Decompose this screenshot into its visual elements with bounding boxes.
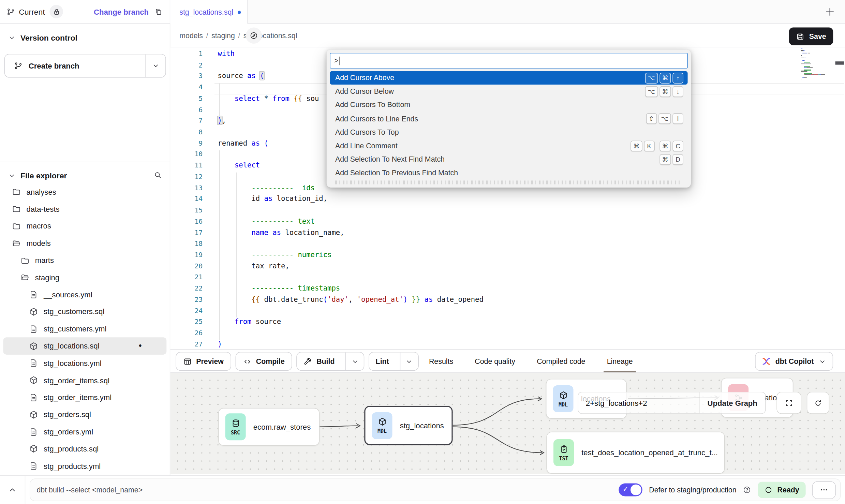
code-line[interactable]: id as location_id,: [218, 194, 802, 205]
chevron-down-icon: [351, 357, 359, 366]
lint-button[interactable]: Lint: [369, 352, 419, 371]
code-line[interactable]: tax_rate,: [218, 261, 802, 272]
folder-icon: [12, 187, 21, 196]
breadcrumb-item[interactable]: models: [179, 31, 203, 40]
file-row-models[interactable]: models: [3, 235, 166, 252]
file-row-stg-locations-yml[interactable]: stg_locations.yml: [3, 355, 166, 372]
line-number: 13: [170, 182, 203, 194]
dbt-copilot-button[interactable]: dbt Copilot: [755, 352, 833, 371]
file-row-stg-locations-sql[interactable]: stg_locations.sql•: [3, 338, 166, 355]
build-button[interactable]: Build: [297, 352, 365, 371]
command-item-add-cursors-to-line-ends[interactable]: Add Cursors to Line Ends⇧⌥I: [330, 112, 687, 125]
refresh-button[interactable]: [807, 392, 829, 414]
file-icon: [29, 427, 38, 436]
code-line[interactable]: [218, 238, 802, 250]
code-line[interactable]: [218, 328, 802, 339]
file-row-stg-products-yml[interactable]: stg_products.yml: [3, 457, 166, 474]
tab-stg-locations-sql[interactable]: stg_locations.sql: [170, 0, 248, 24]
file-row-stg-orders-sql[interactable]: stg_orders.sql: [3, 406, 166, 423]
tab-lineage[interactable]: Lineage: [607, 350, 633, 372]
compile-button[interactable]: Compile: [236, 352, 292, 371]
command-item-add-cursors-to-bottom[interactable]: Add Cursors To Bottom: [330, 98, 687, 112]
file-row-stg-customers-sql[interactable]: stg_customers.sql: [3, 303, 166, 320]
line-number: 6: [170, 104, 203, 116]
version-control-section[interactable]: Version control: [0, 30, 170, 45]
lineage-graph-panel[interactable]: SRC ecom.raw_stores MDL stg_locations MD…: [170, 373, 845, 474]
update-graph-button[interactable]: Update Graph: [699, 392, 765, 414]
line-number: 11: [170, 160, 203, 172]
file-row-data-tests[interactable]: data-tests: [3, 201, 166, 218]
file-icon: [29, 324, 38, 333]
line-number: 24: [170, 305, 203, 316]
change-branch-link[interactable]: Change branch: [94, 7, 149, 16]
code-line[interactable]: {{ dbt.date_trunc('day', 'opened_at') }}…: [218, 294, 802, 306]
file-row-stg-products-sql[interactable]: stg_products.sql: [3, 440, 166, 457]
command-item-add-cursors-to-top[interactable]: Add Cursors To Top: [330, 125, 687, 139]
file-row-analyses[interactable]: analyses: [3, 183, 166, 200]
lineage-node-test-opened-at[interactable]: TST test_does_location_opened_at_trunc_t…: [546, 432, 725, 474]
tab-code-quality[interactable]: Code quality: [475, 350, 515, 372]
code-line[interactable]: ---------- numerics: [218, 250, 802, 261]
code-line[interactable]: ---------- timestamps: [218, 283, 802, 294]
chevron-down-icon: [818, 357, 827, 366]
lint-dropdown[interactable]: [400, 353, 418, 370]
command-label: Add Selection To Next Find Match: [335, 155, 654, 163]
build-dropdown[interactable]: [345, 353, 364, 370]
code-line[interactable]: ): [218, 339, 802, 350]
compile-label: Compile: [256, 357, 285, 366]
version-control-title: Version control: [20, 33, 77, 42]
toggle-knob: [631, 485, 642, 495]
code-line[interactable]: ---------- text: [218, 216, 802, 227]
preview-button[interactable]: Preview: [176, 352, 231, 371]
command-palette-input[interactable]: >: [330, 53, 687, 69]
file-search-icon[interactable]: [153, 171, 162, 179]
line-number: 8: [170, 127, 203, 138]
copy-branch-icon[interactable]: [154, 7, 163, 16]
tab-compiled-code[interactable]: Compiled code: [537, 350, 585, 372]
command-item-add-selection-to-previous-find-match[interactable]: Add Selection To Previous Find Match: [330, 166, 687, 180]
save-floppy-icon: [796, 32, 805, 41]
command-item-add-cursor-above[interactable]: Add Cursor Above⌥⌘↑: [330, 71, 687, 85]
create-branch-button[interactable]: Create branch: [4, 54, 166, 78]
help-icon[interactable]: [743, 486, 751, 494]
code-line[interactable]: [218, 272, 802, 283]
clipped-command-row: [335, 180, 682, 184]
code-line[interactable]: [218, 205, 802, 216]
file-row--sources-yml[interactable]: __sources.yml: [3, 286, 166, 303]
lineage-node-ecom-raw-stores[interactable]: SRC ecom.raw_stores: [218, 408, 320, 446]
file-row-stg-orders-yml[interactable]: stg_orders.yml: [3, 423, 166, 440]
file-row-stg-customers-yml[interactable]: stg_customers.yml: [3, 320, 166, 337]
breadcrumb-item[interactable]: staging: [211, 31, 235, 40]
command-item-add-selection-to-next-find-match[interactable]: Add Selection To Next Find Match⌘D: [330, 152, 687, 166]
new-tab-button[interactable]: [822, 4, 837, 19]
dbt-ide-window: Current Change branch stg_locations.sql …: [0, 0, 845, 504]
defer-toggle[interactable]: ✓: [619, 484, 643, 496]
file-row-staging[interactable]: staging: [3, 269, 166, 286]
line-number: 3: [170, 71, 203, 82]
minimap[interactable]: [801, 48, 830, 80]
code-line[interactable]: name as location_name,: [218, 227, 802, 238]
lineage-node-stg-locations[interactable]: MDL stg_locations: [364, 406, 453, 445]
command-item-add-cursor-below[interactable]: Add Cursor Below⌥⌘↓: [330, 85, 687, 98]
file-row-marts[interactable]: marts: [3, 252, 166, 269]
file-row-macros[interactable]: macros: [3, 218, 166, 235]
more-options-button[interactable]: [812, 481, 836, 499]
lineage-selector-input[interactable]: 2+stg_locations+2: [578, 392, 699, 414]
create-branch-dropdown[interactable]: [145, 55, 165, 77]
save-button[interactable]: Save: [789, 28, 833, 45]
scrollbar-thumb[interactable]: [835, 61, 844, 64]
file-row-stg-order-items-yml[interactable]: stg_order_items.yml: [3, 389, 166, 406]
command-item-add-line-comment[interactable]: Add Line Comment⌘K⌘C: [330, 139, 687, 153]
dbt-command-input[interactable]: dbt build --select <model_name>: [36, 486, 619, 494]
code-line[interactable]: [218, 305, 802, 316]
line-number: 19: [170, 250, 203, 261]
file-row-stg-order-items-sql[interactable]: stg_order_items.sql: [3, 372, 166, 389]
tab-results[interactable]: Results: [429, 350, 453, 372]
code-line[interactable]: from source: [218, 316, 802, 328]
file-explorer-section[interactable]: File explorer: [0, 168, 170, 183]
command-label: Add Cursors To Bottom: [335, 101, 683, 109]
line-number: 2: [170, 60, 203, 71]
fullscreen-button[interactable]: [776, 392, 801, 414]
expand-command-bar-button[interactable]: [0, 476, 25, 504]
explore-compass-button[interactable]: [246, 28, 262, 44]
